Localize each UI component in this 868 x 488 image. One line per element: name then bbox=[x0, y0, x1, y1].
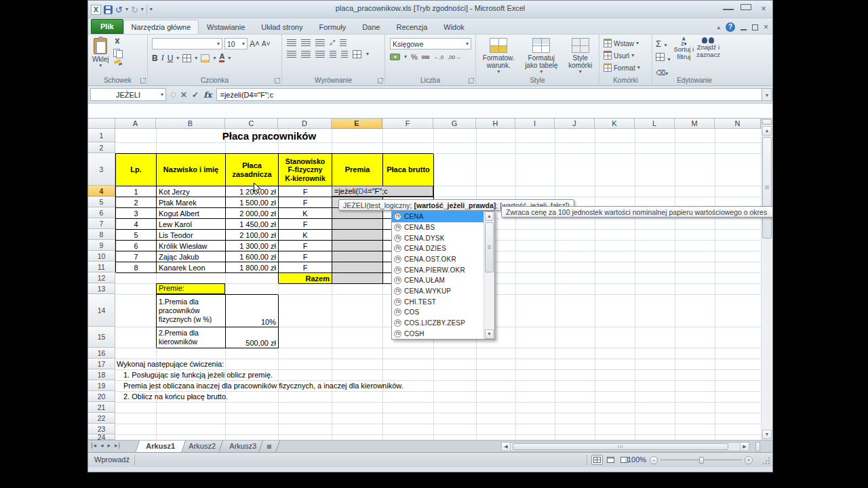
fill-icon[interactable] bbox=[656, 53, 665, 61]
row-header-8[interactable]: 8 bbox=[88, 229, 115, 240]
shrink-font-icon[interactable]: A˅ bbox=[262, 40, 271, 47]
cell-lp[interactable]: 5 bbox=[116, 230, 157, 241]
sheet-tab-arkusz1[interactable]: Arkusz1 bbox=[135, 441, 186, 453]
number-format-combobox[interactable]: Księgowe▾ bbox=[390, 38, 471, 49]
cell-premia[interactable] bbox=[332, 219, 383, 230]
total-label-cell[interactable]: Razem bbox=[279, 273, 332, 284]
dropdown-scroll-thumb[interactable] bbox=[485, 222, 494, 272]
tab-dane[interactable]: Dane bbox=[354, 20, 388, 34]
book-close-button[interactable]: × bbox=[764, 22, 768, 32]
underline-icon[interactable]: U bbox=[167, 54, 174, 63]
row-header-21[interactable]: 21 bbox=[88, 402, 115, 413]
bold-icon[interactable]: B bbox=[152, 54, 158, 63]
row-header-6[interactable]: 6 bbox=[88, 207, 115, 218]
font-name-combobox[interactable]: ▾ bbox=[152, 38, 222, 49]
column-header-B[interactable]: B bbox=[156, 119, 225, 129]
cancel-icon[interactable]: ✕ bbox=[180, 90, 187, 100]
format-cells-button[interactable]: Format▾ bbox=[604, 62, 648, 74]
autosum-icon[interactable]: Σ bbox=[656, 39, 661, 49]
row-header-12[interactable]: 12 bbox=[88, 272, 115, 283]
merge-center-icon[interactable] bbox=[353, 50, 361, 58]
function-item-cena.dzies[interactable]: fxCENA.DZIES bbox=[392, 243, 484, 254]
tab-wstawianie[interactable]: Wstawianie bbox=[199, 20, 253, 34]
increase-indent-icon[interactable] bbox=[341, 51, 348, 58]
cell-lp[interactable]: 6 bbox=[116, 241, 157, 251]
number-dialog-launcher-icon[interactable] bbox=[469, 78, 474, 83]
cell-position[interactable]: F bbox=[279, 186, 332, 197]
zoom-level[interactable]: 100% bbox=[627, 455, 646, 464]
restore-button[interactable] bbox=[741, 3, 751, 14]
column-header-D[interactable]: D bbox=[278, 119, 332, 129]
align-right-icon[interactable] bbox=[315, 51, 325, 58]
premie-value2-cell[interactable]: 500,00 zł bbox=[226, 327, 279, 348]
premie-item1-cell[interactable]: 1.Premia dla pracowników fizycznych (w %… bbox=[157, 295, 226, 327]
decrease-indent-icon[interactable] bbox=[330, 51, 336, 58]
row-header-7[interactable]: 7 bbox=[88, 218, 115, 229]
formula-input[interactable]: =jeżeli(D4="F";c bbox=[216, 88, 762, 101]
cell-lp[interactable]: 8 bbox=[116, 262, 157, 273]
cell-name[interactable]: Kogut Albert bbox=[157, 208, 226, 219]
decrease-decimal-icon[interactable]: ,00→ bbox=[448, 54, 460, 60]
tab-formu-y[interactable]: Formuły bbox=[311, 20, 354, 34]
cell-name[interactable]: Lis Teodor bbox=[157, 230, 226, 241]
function-item-cena.ost.okr[interactable]: fxCENA.OST.OKR bbox=[392, 254, 484, 265]
cell-premia[interactable] bbox=[332, 262, 383, 273]
table-header-cell[interactable]: Premia bbox=[332, 154, 383, 186]
column-header-G[interactable]: G bbox=[433, 119, 476, 129]
cell-premia[interactable] bbox=[332, 251, 383, 262]
orientation-icon[interactable]: ⤢ bbox=[330, 39, 335, 47]
zoom-out-icon[interactable]: − bbox=[650, 456, 658, 464]
worksheet-grid[interactable]: JEŻELI(test_logiczny; [wartość_jeżeli_pr… bbox=[88, 119, 772, 440]
table-header-cell[interactable]: Nazwisko i imię bbox=[157, 154, 226, 186]
percent-style-icon[interactable]: % bbox=[411, 53, 418, 61]
cell-name[interactable]: Lew Karol bbox=[157, 219, 226, 230]
paste-button[interactable]: Wklej ▾ bbox=[90, 36, 111, 77]
align-top-icon[interactable] bbox=[287, 39, 296, 47]
row-header-18[interactable]: 18 bbox=[88, 369, 115, 380]
cell-salary[interactable]: 2 100,00 zł bbox=[226, 230, 279, 241]
zoom-slider-thumb[interactable] bbox=[699, 457, 704, 464]
increase-decimal-icon[interactable]: ←,0 bbox=[433, 54, 443, 60]
cell-lp[interactable]: 2 bbox=[116, 197, 157, 208]
row-header-19[interactable]: 19 bbox=[88, 380, 115, 391]
cell-styles-button[interactable]: Style komórki▾ bbox=[566, 36, 595, 77]
row-header-3[interactable]: 3 bbox=[88, 153, 115, 186]
function-item-chi.test[interactable]: fxCHI.TEST bbox=[392, 296, 484, 307]
cell-position[interactable]: F bbox=[279, 251, 332, 262]
format-as-table-button[interactable]: Formatuj jako tabelę▾ bbox=[522, 36, 560, 77]
table-header-cell[interactable]: Stanowisko F-fizyczny K-kierownik bbox=[279, 154, 332, 186]
column-header-K[interactable]: K bbox=[595, 119, 635, 129]
font-size-combobox[interactable]: 10▾ bbox=[224, 38, 248, 49]
row-header-4[interactable]: 4 bbox=[88, 186, 115, 197]
row-header-24[interactable]: 24 bbox=[88, 434, 115, 440]
italic-icon[interactable]: I bbox=[161, 53, 164, 63]
cell-lp[interactable]: 3 bbox=[116, 208, 157, 219]
minimize-button[interactable] bbox=[723, 3, 734, 14]
cell-name[interactable]: Ptak Marek bbox=[157, 197, 226, 208]
column-header-C[interactable]: C bbox=[225, 119, 278, 129]
premie-title-cell[interactable]: Premie: bbox=[156, 283, 225, 294]
book-restore-button[interactable] bbox=[752, 21, 758, 33]
row-header-15[interactable]: 15 bbox=[88, 327, 115, 348]
cell-salary[interactable]: 1 200,00 zł bbox=[226, 186, 279, 197]
total-premia-cell[interactable] bbox=[332, 273, 383, 284]
delete-cells-button[interactable]: Usuń▾ bbox=[604, 49, 648, 62]
enter-icon[interactable]: ✓ bbox=[192, 90, 199, 100]
scroll-down-icon[interactable]: ▼ bbox=[762, 430, 772, 439]
previous-sheet-icon[interactable]: ◂ bbox=[100, 442, 104, 449]
normal-view-button[interactable] bbox=[591, 455, 603, 465]
find-select-button[interactable]: Znajdź i zaznacz bbox=[695, 36, 722, 77]
table-header-cell[interactable]: Płaca brutto bbox=[383, 154, 434, 186]
cell-position[interactable]: K bbox=[279, 208, 332, 219]
help-icon[interactable]: ? bbox=[726, 22, 735, 32]
cell-position[interactable]: K bbox=[279, 230, 332, 241]
align-middle-icon[interactable] bbox=[301, 39, 311, 47]
row-header-17[interactable]: 17 bbox=[88, 359, 115, 369]
name-box-caret-icon[interactable]: ▾ bbox=[161, 92, 163, 98]
cell-position[interactable]: F bbox=[279, 197, 332, 208]
cut-icon[interactable] bbox=[113, 38, 123, 46]
insert-worksheet-tab[interactable]: ▦ bbox=[258, 441, 280, 453]
tab-split-handle[interactable] bbox=[755, 442, 760, 451]
accounting-format-icon[interactable] bbox=[390, 54, 400, 60]
namebox-splitter[interactable] bbox=[171, 92, 176, 97]
